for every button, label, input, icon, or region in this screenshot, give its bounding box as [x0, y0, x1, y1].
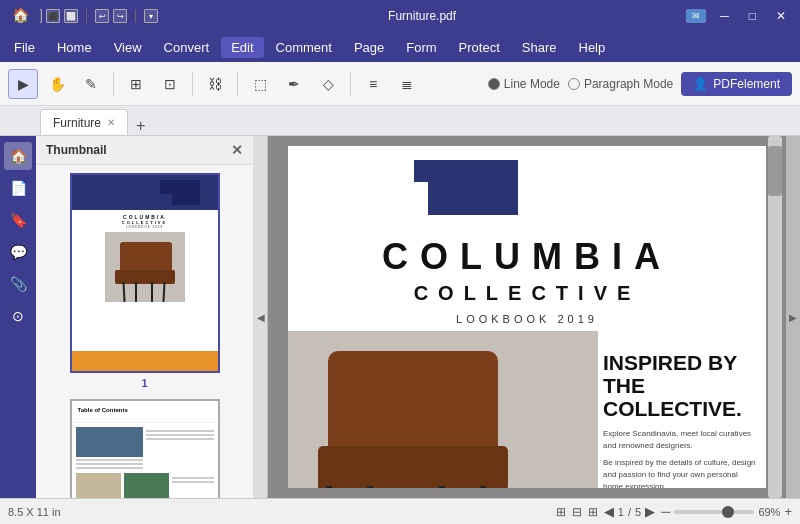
tab-label: Furniture	[53, 116, 101, 130]
menu-protect[interactable]: Protect	[449, 37, 510, 58]
thumbnail-list: COLUMBIA COLLECTIVE LOOKBOOK 2019	[36, 165, 253, 498]
right-panel-handle[interactable]: ▶	[786, 136, 800, 498]
fit-page-btn[interactable]: ⊞	[556, 505, 566, 519]
hand-tool-btn[interactable]: ✋	[42, 69, 72, 99]
panel-close-btn[interactable]: ✕	[231, 142, 243, 158]
zoom-in-btn[interactable]: +	[784, 504, 792, 519]
pen-btn[interactable]: ✒	[279, 69, 309, 99]
zoom-thumb	[722, 506, 734, 518]
home-icon: 🏠	[12, 7, 29, 23]
close-btn[interactable]: ✕	[770, 7, 792, 25]
thumb-toc-header: Table of Contents	[72, 401, 218, 423]
zoom-ctrl: ─ 69% +	[661, 504, 792, 519]
pdfelement-button[interactable]: 👤 PDFelement	[681, 72, 792, 96]
zoom-out-btn[interactable]: ─	[661, 504, 670, 519]
undo-btn[interactable]: ↩	[95, 9, 109, 23]
thumb-bottom-text	[172, 473, 214, 498]
menu-form[interactable]: Form	[396, 37, 446, 58]
thumb-page-2[interactable]: Table of Contents	[70, 399, 220, 498]
thumbnail-panel: Thumbnail ✕ COLUMBIA COLLECTIVE LOOKBOOK…	[36, 136, 254, 498]
status-bar: 8.5 X 11 in ⊞ ⊟ ⊞ ◀ 1 / 5 ▶ ─ 69% +	[0, 498, 800, 524]
select-tool-btn[interactable]: ▶	[8, 69, 38, 99]
sidebar-attachment[interactable]: 📎	[4, 270, 32, 298]
menu-view[interactable]: View	[104, 37, 152, 58]
image-btn[interactable]: ⊞	[121, 69, 151, 99]
page-current: 1	[618, 506, 624, 518]
inspired-line2: THE COLLECTIVE.	[603, 374, 742, 420]
sidebar-page[interactable]: 📄	[4, 174, 32, 202]
inspired-heading: INSPIRED BY THE COLLECTIVE.	[603, 351, 756, 420]
blue-rect-small	[414, 160, 436, 182]
maximize-btn[interactable]: □	[743, 7, 762, 25]
menu-file[interactable]: File	[4, 37, 45, 58]
blue-block-1	[172, 180, 200, 205]
sidebar-comment[interactable]: 💬	[4, 238, 32, 266]
menu-share[interactable]: Share	[512, 37, 567, 58]
inspired-body: Explore Scandinavia, meet local curative…	[603, 428, 756, 488]
zoom-slider[interactable]	[674, 510, 754, 514]
minimize-btn[interactable]: ─	[714, 7, 735, 25]
redo-btn[interactable]: ↪	[113, 9, 127, 23]
link-btn[interactable]: ⛓	[200, 69, 230, 99]
grid-btn[interactable]: ⊞	[588, 505, 598, 519]
title-bar: P 💾 ⬛ ⬜ ↩ ↪ ▾ Furniture.pdf ✉ ─ □ ✕	[0, 0, 800, 32]
para-mode-radio[interactable]	[568, 78, 580, 90]
add-tab-btn[interactable]: +	[132, 117, 149, 135]
thumb-img-2: Table of Contents	[70, 399, 220, 498]
furniture-tab[interactable]: Furniture ✕	[40, 109, 128, 135]
pdf-scrollbar[interactable]	[768, 136, 782, 498]
menu-home[interactable]: Home	[47, 37, 102, 58]
text-format-btn[interactable]: ≡	[358, 69, 388, 99]
page-sep: /	[628, 506, 631, 518]
pdf-title-sub: COLLECTIVE	[288, 282, 766, 305]
thumb-page-1[interactable]: COLUMBIA COLLECTIVE LOOKBOOK 2019	[70, 173, 220, 389]
crop-btn[interactable]: ⊡	[155, 69, 185, 99]
menu-convert[interactable]: Convert	[154, 37, 220, 58]
more-btn[interactable]: ≣	[392, 69, 422, 99]
menu-comment[interactable]: Comment	[266, 37, 342, 58]
fit-width-btn[interactable]: ⊟	[572, 505, 582, 519]
page-nav: ◀ 1 / 5 ▶	[604, 504, 655, 519]
page-total: 5	[635, 506, 641, 518]
line-mode-radio[interactable]	[488, 78, 500, 90]
thumb-chair-area	[105, 232, 185, 302]
bt-line1	[172, 477, 214, 479]
pdf-scroll-thumb[interactable]	[768, 146, 782, 196]
quick-access-btn[interactable]: ▾	[144, 9, 158, 23]
thumb-bottom-img2	[124, 473, 169, 498]
left-sidebar: 🏠 📄 🔖 💬 📎 ⊙	[0, 136, 36, 498]
edit-text-btn[interactable]: ✎	[76, 69, 106, 99]
line-mode[interactable]: Line Mode	[488, 77, 560, 91]
tab-bar: 🏠 Furniture ✕ +	[0, 106, 800, 136]
quick-btn-3[interactable]: ⬜	[64, 9, 78, 23]
sep3	[237, 72, 238, 96]
right-text-area: INSPIRED BY THE COLLECTIVE. Explore Scan…	[593, 341, 766, 488]
menu-edit[interactable]: Edit	[221, 37, 263, 58]
area-btn[interactable]: ⬚	[245, 69, 275, 99]
shape-btn[interactable]: ◇	[313, 69, 343, 99]
inspired-para2: Be inspired by the details of culture, d…	[603, 457, 756, 488]
sidebar-search[interactable]: ⊙	[4, 302, 32, 330]
panel-collapse-handle[interactable]: ◀	[254, 136, 268, 498]
sidebar-home[interactable]: 🏠	[4, 142, 32, 170]
menu-page[interactable]: Page	[344, 37, 394, 58]
para-mode[interactable]: Paragraph Mode	[568, 77, 673, 91]
toolbar: ▶ ✋ ✎ ⊞ ⊡ ⛓ ⬚ ✒ ◇ ≡ ≣ Line Mode Paragrap…	[0, 62, 800, 106]
right-collapse-icon: ▶	[789, 312, 797, 323]
bt-line2	[172, 481, 214, 483]
pdf-title-main: COLUMBIA	[288, 236, 766, 278]
menu-help[interactable]: Help	[569, 37, 616, 58]
blue-block-2	[160, 180, 174, 194]
person-icon: 👤	[693, 77, 708, 91]
tab-close-btn[interactable]: ✕	[107, 117, 115, 128]
quick-btn-2[interactable]: ⬛	[46, 9, 60, 23]
mail-icon: ✉	[686, 9, 706, 23]
thumb-footer-1	[72, 351, 218, 371]
chair-leg-thumb1	[122, 282, 125, 302]
chair-leg-thumb3	[151, 282, 153, 302]
sidebar-bookmark[interactable]: 🔖	[4, 206, 32, 234]
prev-page-btn[interactable]: ◀	[604, 504, 614, 519]
thumb-col1	[76, 427, 144, 469]
next-page-btn[interactable]: ▶	[645, 504, 655, 519]
toolbar-right: Line Mode Paragraph Mode 👤 PDFelement	[488, 72, 792, 96]
